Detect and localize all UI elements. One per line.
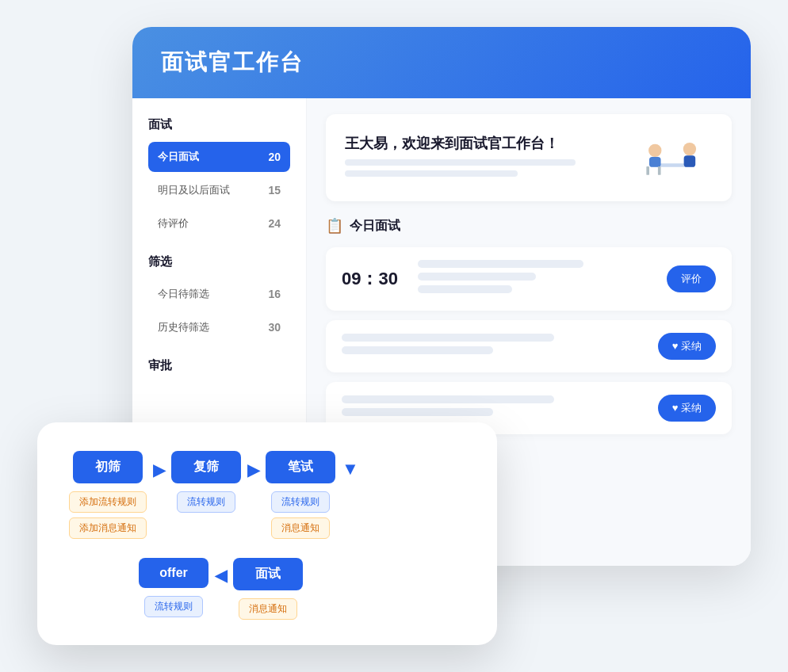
flow-tag-notify-mianshi[interactable]: 消息通知 [239,598,297,620]
interview-info-3 [342,395,645,421]
sidebar-item-label: 历史待筛选 [158,320,209,334]
flow-tags-chushai: 添加流转规则 添加消息通知 [69,491,147,539]
flow-step-mianshi: 面试 消息通知 [233,558,303,620]
sidebar-item-future-interview[interactable]: 明日及以后面试 15 [148,175,290,205]
sidebar-item-count: 24 [268,217,281,230]
sidebar-item-label: 待评价 [158,216,189,231]
sidebar-section-title-filter: 筛选 [148,254,290,269]
info-bar [342,408,493,416]
sidebar-item-history-filter[interactable]: 历史待筛选 30 [148,312,290,342]
flow-step-btn-fushai[interactable]: 复筛 [171,451,241,483]
flow-step-bishi: 笔试 流转规则 消息通知 [266,451,335,539]
interview-illustration [633,126,713,189]
flow-tags-bishi: 流转规则 消息通知 [271,491,330,539]
info-bar [418,285,512,293]
interview-info-2 [342,334,645,359]
welcome-greeting: 王大易，欢迎来到面试官工作台！ [345,134,633,153]
flow-arrow-3: ◀ [215,558,227,585]
flow-tag-add-notify[interactable]: 添加消息通知 [69,517,147,539]
interview-item-1: 09：30 评价 [326,247,732,311]
flow-tags-mianshi: 消息通知 [239,598,297,620]
svg-rect-2 [649,157,661,167]
sidebar-item-count: 16 [268,288,281,300]
flow-card: 初筛 添加流转规则 添加消息通知 ▶ 复筛 流转规则 ▶ 笔试 流转规则 [37,422,497,645]
section-title-text: 今日面试 [350,218,400,235]
scene: 面试官工作台 面试 今日面试 20 明日及以后面试 15 待评价 [37,27,751,645]
welcome-illustration [633,130,713,185]
main-card-header: 面试官工作台 [132,27,751,98]
page-title: 面试官工作台 [161,48,304,78]
welcome-subtitle-bar-1 [345,159,576,166]
svg-rect-5 [646,166,649,175]
sidebar-item-label: 今日待筛选 [158,287,209,301]
flow-arrow-1: ▶ [153,451,165,479]
flow-row-2: offer 流转规则 ◀ 面试 消息通知 [69,558,465,620]
flow-arrow-down: ▼ [342,451,359,479]
flow-tag-rule-offer[interactable]: 流转规则 [144,596,203,617]
flow-tag-add-rule[interactable]: 添加流转规则 [69,491,147,513]
flow-tags-offer: 流转规则 [144,596,203,617]
svg-rect-6 [658,166,661,175]
sidebar-section-interview: 面试 今日面试 20 明日及以后面试 15 待评价 24 [148,117,290,239]
welcome-text-block: 王大易，欢迎来到面试官工作台！ [345,134,633,181]
interview-time-1: 09：30 [342,267,405,291]
sidebar-item-today-filter[interactable]: 今日待筛选 16 [148,279,290,309]
flow-step-btn-bishi[interactable]: 笔试 [266,451,335,483]
info-bar [342,395,554,403]
flow-step-offer: offer 流转规则 [139,558,208,617]
sidebar-item-count: 20 [268,151,281,163]
welcome-banner: 王大易，欢迎来到面试官工作台！ [326,114,732,201]
flow-step-btn-chushai[interactable]: 初筛 [73,451,143,483]
adopt-button-2[interactable]: ♥ 采纳 [658,395,716,422]
flow-tags-fushai: 流转规则 [177,491,235,513]
sidebar-section-title-approval: 审批 [148,358,290,373]
svg-point-3 [683,143,696,155]
sidebar-item-count: 15 [268,184,281,197]
flow-arrow-2: ▶ [247,451,259,479]
info-bar [418,260,583,268]
flow-step-btn-mianshi[interactable]: 面试 [233,558,303,590]
interview-info-1 [418,260,654,298]
sidebar-item-today-interview[interactable]: 今日面试 20 [148,142,290,172]
welcome-subtitle-bar-2 [345,170,518,177]
info-bar [342,334,554,342]
sidebar-section-title-interview: 面试 [148,117,290,132]
flow-tag-notify-bishi[interactable]: 消息通知 [271,517,330,539]
info-bar [418,273,536,281]
svg-point-1 [648,144,661,157]
sidebar-section-filter: 筛选 今日待筛选 16 历史待筛选 30 [148,254,290,342]
evaluate-button[interactable]: 评价 [667,265,716,292]
section-title-today: 📋 今日面试 [326,217,732,235]
flow-step-chushai: 初筛 添加流转规则 添加消息通知 [69,451,147,539]
flow-step-btn-offer[interactable]: offer [139,558,208,588]
flow-tag-rule-fushai[interactable]: 流转规则 [177,491,235,513]
flow-tag-rule-bishi[interactable]: 流转规则 [271,491,330,513]
adopt-button-1[interactable]: ♥ 采纳 [658,333,716,360]
sidebar-item-label: 明日及以后面试 [158,183,230,197]
info-bar [342,346,493,354]
sidebar-item-label: 今日面试 [158,150,199,164]
svg-rect-4 [684,155,696,167]
flow-row-1: 初筛 添加流转规则 添加消息通知 ▶ 复筛 流转规则 ▶ 笔试 流转规则 [69,451,465,539]
sidebar-item-count: 30 [268,321,281,334]
sidebar-section-approval: 审批 [148,358,290,373]
flow-step-fushai: 复筛 流转规则 [171,451,241,513]
section-title-icon: 📋 [326,217,343,235]
sidebar-item-pending-eval[interactable]: 待评价 24 [148,208,290,239]
interview-item-2: ♥ 采纳 [326,320,732,372]
